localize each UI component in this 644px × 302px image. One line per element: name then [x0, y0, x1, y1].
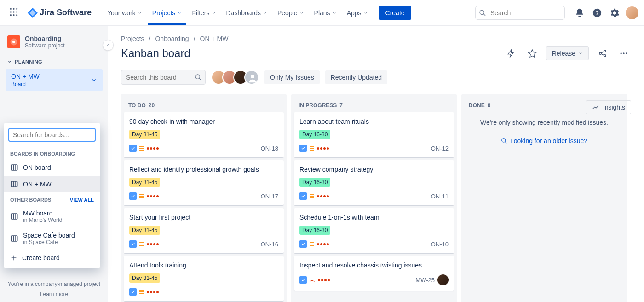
app-switcher-icon[interactable]	[6, 4, 22, 22]
issue-card[interactable]: Review company strategy Day 16-30 ON-11	[294, 160, 454, 205]
svg-point-0	[10, 8, 12, 10]
svg-rect-23	[11, 181, 17, 187]
issue-card[interactable]: Inspect and resolve chassis twisting iss…	[294, 256, 454, 291]
popup-section-other-boards: OTHER BOARDS	[10, 197, 51, 203]
task-type-icon	[129, 288, 137, 296]
priority-medium-icon	[310, 194, 314, 198]
task-type-icon	[129, 240, 137, 248]
column-name: TO DO	[128, 102, 146, 109]
board-icon	[10, 212, 18, 221]
add-people-avatar[interactable]	[244, 70, 259, 85]
user-avatar[interactable]	[626, 6, 638, 19]
board-option[interactable]: ON board	[4, 159, 100, 176]
nav-item-plans[interactable]: Plans	[310, 6, 341, 20]
project-type: Software project	[25, 42, 65, 49]
issue-card[interactable]: 90 day check-in with manager Day 31-45 O…	[124, 112, 284, 157]
breadcrumb-item[interactable]: Onboarding	[155, 35, 189, 42]
project-name: Onboarding	[25, 35, 65, 42]
priority-medium-icon	[139, 242, 144, 246]
board-search-input[interactable]	[13, 131, 93, 139]
svg-point-5	[16, 11, 17, 12]
recently-updated-button[interactable]: Recently Updated	[325, 70, 387, 84]
board-option[interactable]: ON + MW	[4, 176, 100, 192]
nav-item-dashboards[interactable]: Dashboards	[222, 6, 272, 20]
board-option[interactable]: Space Cafe boardin Space Cafe	[4, 227, 100, 250]
board-search-field[interactable]	[8, 128, 96, 142]
svg-line-46	[505, 142, 507, 144]
card-title: Learn about team rituals	[299, 118, 448, 125]
assignee-filter-avatars[interactable]	[211, 70, 259, 85]
issue-key: ON-16	[261, 241, 278, 248]
more-icon[interactable]	[616, 46, 631, 61]
help-icon[interactable]: ?	[591, 6, 604, 19]
planning-section-header[interactable]: PLANNING	[4, 56, 104, 67]
svg-text:?: ?	[595, 9, 599, 16]
svg-point-41	[626, 52, 627, 54]
share-icon[interactable]	[595, 46, 610, 61]
board-filter-input[interactable]	[121, 70, 206, 85]
task-type-icon	[299, 145, 307, 152]
nav-item-people[interactable]: People	[273, 6, 309, 20]
board-option[interactable]: MW boardin Mario's World	[4, 205, 100, 227]
card-label: Day 16-30	[299, 226, 330, 235]
notifications-icon[interactable]	[573, 6, 586, 19]
kanban-column: DONE 0We're only showing recently modifi…	[461, 94, 627, 302]
priority-medium-icon	[310, 242, 314, 246]
star-icon[interactable]	[525, 46, 540, 61]
card-title: Reflect and identify professional growth…	[129, 166, 278, 173]
breadcrumb: Projects/Onboarding/ON + MW	[121, 35, 631, 42]
issue-card[interactable]: Reflect and identify professional growth…	[124, 160, 284, 205]
card-title: 90 day check-in with manager	[129, 118, 278, 125]
breadcrumb-item[interactable]: ON + MW	[200, 35, 229, 42]
create-button[interactable]: Create	[379, 6, 411, 20]
issue-card[interactable]: Start your first project Day 31-45 ON-16	[124, 208, 284, 253]
board-selector[interactable]: ON + MW Board	[6, 69, 103, 91]
issue-card[interactable]: Schedule 1-on-1s with team Day 16-30 ON-…	[294, 208, 454, 253]
only-my-issues-button[interactable]: Only My Issues	[264, 70, 320, 84]
issue-card[interactable]: Learn about team rituals Day 16-30 ON-12	[294, 112, 454, 157]
settings-icon[interactable]	[608, 6, 621, 19]
chevron-down-icon	[91, 77, 97, 83]
jira-logo[interactable]: Jira Software	[24, 8, 95, 18]
search-icon	[501, 138, 507, 144]
nav-item-filters[interactable]: Filters	[187, 6, 220, 20]
commits-indicator	[317, 195, 329, 197]
card-label: Day 31-45	[129, 273, 160, 283]
svg-point-42	[196, 75, 200, 79]
global-search-input[interactable]	[475, 6, 565, 20]
plus-icon	[10, 254, 17, 261]
nav-item-your-work[interactable]: Your work	[103, 6, 147, 20]
global-search[interactable]	[475, 6, 565, 20]
svg-point-14	[12, 41, 15, 43]
breadcrumb-item[interactable]: Projects	[121, 35, 144, 42]
issue-card[interactable]: Attend tools training Day 31-45	[124, 256, 284, 301]
board-icon	[10, 180, 18, 188]
older-issue-link[interactable]: Looking for an older issue?	[464, 137, 624, 145]
insights-button[interactable]: Insights	[586, 100, 631, 114]
view-all-link[interactable]: VIEW ALL	[70, 197, 94, 203]
nav-item-projects[interactable]: Projects	[148, 6, 187, 20]
task-type-icon	[129, 145, 137, 152]
create-board-button[interactable]: Create board	[4, 250, 100, 266]
learn-more-link[interactable]: Learn more	[0, 291, 108, 297]
card-label: Day 31-45	[129, 178, 160, 187]
commits-indicator	[147, 147, 159, 150]
card-title: Schedule 1-on-1s with team	[299, 214, 448, 221]
automation-icon[interactable]	[504, 46, 518, 61]
chart-icon	[592, 104, 599, 111]
task-type-icon	[299, 276, 307, 284]
column-count: 20	[149, 102, 155, 109]
commits-indicator	[317, 243, 329, 245]
popup-section-boards-in-project: BOARDS IN ONBOARDING	[4, 146, 100, 159]
release-button[interactable]: Release	[546, 46, 589, 60]
commits-indicator	[318, 279, 330, 281]
column-count: 0	[488, 102, 491, 109]
svg-point-8	[16, 14, 17, 16]
svg-line-43	[199, 78, 201, 80]
logo-text: Jira Software	[40, 8, 92, 17]
board-filter-search[interactable]	[121, 70, 206, 85]
task-type-icon	[299, 240, 307, 248]
chevron-down-icon	[138, 11, 142, 15]
svg-point-1	[13, 8, 14, 10]
nav-item-apps[interactable]: Apps	[342, 6, 373, 20]
